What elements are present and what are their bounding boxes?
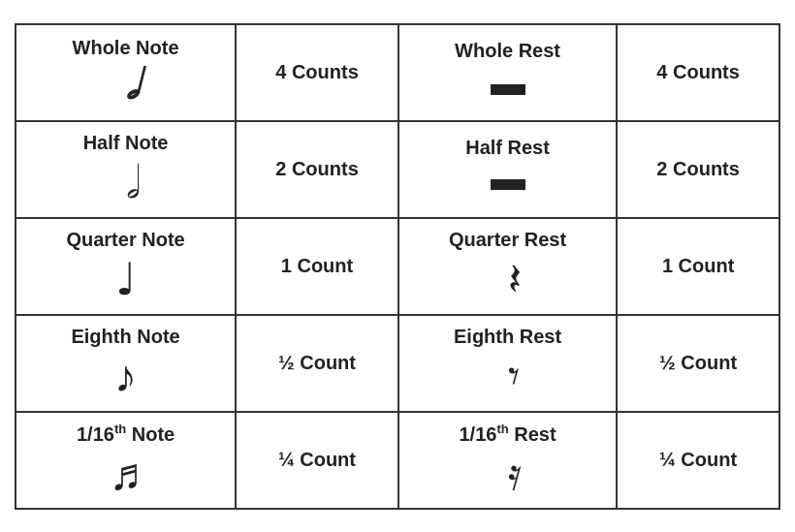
sixteenth-note-sup: th	[114, 422, 126, 436]
whole-rest-count: 4 Counts	[656, 61, 740, 82]
sixteenth-note-label: 1/16th Note	[24, 422, 227, 446]
eighth-rest-label: Eighth Rest	[407, 326, 608, 348]
eighth-rest-count-cell: ½ Count	[617, 315, 779, 412]
half-rest-line	[491, 188, 525, 190]
quarter-note-cell: Quarter Note ♩	[16, 218, 236, 315]
sixteenth-note-count: ¼ Count	[278, 449, 356, 470]
eighth-note-cell: Eighth Note ♪	[16, 315, 236, 412]
quarter-note-count: 1 Count	[281, 255, 353, 276]
half-rest-bar	[491, 179, 525, 188]
sixteenth-rest-sup: th	[496, 422, 508, 436]
half-note-label: Half Note	[24, 132, 227, 154]
sixteenth-rest-count: ¼ Count	[659, 449, 737, 470]
whole-rest-symbol	[407, 66, 608, 105]
whole-rest-cell: Whole Rest	[398, 24, 617, 121]
whole-rest-count-cell: 4 Counts	[617, 24, 779, 121]
half-note-count: 2 Counts	[275, 158, 359, 179]
half-rest-count: 2 Counts	[656, 158, 740, 179]
quarter-rest-count: 1 Count	[662, 255, 734, 276]
sixteenth-rest-label: 1/16th Rest	[407, 422, 608, 446]
quarter-rest-count-cell: 1 Count	[617, 218, 779, 315]
table-row: Quarter Note ♩ 1 Count Quarter Rest 𝄽 1 …	[16, 218, 779, 315]
quarter-note-count-cell: 1 Count	[236, 218, 398, 315]
music-note-table: Whole Note 𝅗𝅥 4 Counts Whole Rest 4 Coun…	[15, 23, 780, 510]
sixteenth-rest-cell: 1/16th Rest 𝄿	[398, 412, 617, 509]
whole-rest-bar	[491, 86, 525, 95]
sixteenth-rest-symbol: 𝄿	[407, 450, 608, 499]
eighth-note-symbol: ♪	[24, 352, 227, 401]
table-row: 1/16th Note ♬ ¼ Count 1/16th Rest 𝄿 ¼ Co…	[16, 412, 779, 509]
sixteenth-note-symbol: ♬	[24, 450, 227, 499]
whole-note-count-cell: 4 Counts	[236, 24, 398, 121]
quarter-rest-cell: Quarter Rest 𝄽	[398, 218, 617, 315]
half-rest-symbol	[407, 163, 608, 202]
sixteenth-note-cell: 1/16th Note ♬	[16, 412, 236, 509]
half-note-cell: Half Note 𝅗𝅥	[16, 121, 236, 218]
half-rest-count-cell: 2 Counts	[617, 121, 779, 218]
sixteenth-note-count-cell: ¼ Count	[236, 412, 398, 509]
whole-rest-label: Whole Rest	[407, 40, 608, 62]
quarter-rest-symbol: 𝄽	[407, 255, 608, 304]
table-row: Eighth Note ♪ ½ Count Eighth Rest 𝄾 ½ Co…	[16, 315, 779, 412]
sixteenth-rest-count-cell: ¼ Count	[617, 412, 779, 509]
whole-note-label: Whole Note	[24, 37, 227, 59]
eighth-note-count-cell: ½ Count	[236, 315, 398, 412]
whole-note-symbol: 𝅗𝅥	[24, 63, 227, 108]
whole-note-cell: Whole Note 𝅗𝅥	[16, 24, 236, 121]
whole-rest-graphic	[491, 79, 525, 97]
eighth-rest-count: ½ Count	[659, 352, 737, 373]
table-row: Half Note 𝅗𝅥 2 Counts Half Rest 2 Counts	[16, 121, 779, 218]
quarter-note-symbol: ♩	[24, 255, 227, 304]
half-note-count-cell: 2 Counts	[236, 121, 398, 218]
whole-note-count: 4 Counts	[275, 61, 359, 82]
eighth-rest-cell: Eighth Rest 𝄾	[398, 315, 617, 412]
quarter-note-label: Quarter Note	[24, 229, 227, 251]
eighth-note-count: ½ Count	[278, 352, 356, 373]
quarter-rest-label: Quarter Rest	[407, 229, 608, 251]
eighth-rest-symbol: 𝄾	[407, 352, 608, 401]
eighth-note-label: Eighth Note	[24, 326, 227, 348]
half-rest-graphic	[491, 176, 525, 194]
table-row: Whole Note 𝅗𝅥 4 Counts Whole Rest 4 Coun…	[16, 24, 779, 121]
half-rest-cell: Half Rest	[398, 121, 617, 218]
half-note-symbol: 𝅗𝅥	[24, 158, 227, 207]
half-rest-label: Half Rest	[407, 137, 608, 159]
